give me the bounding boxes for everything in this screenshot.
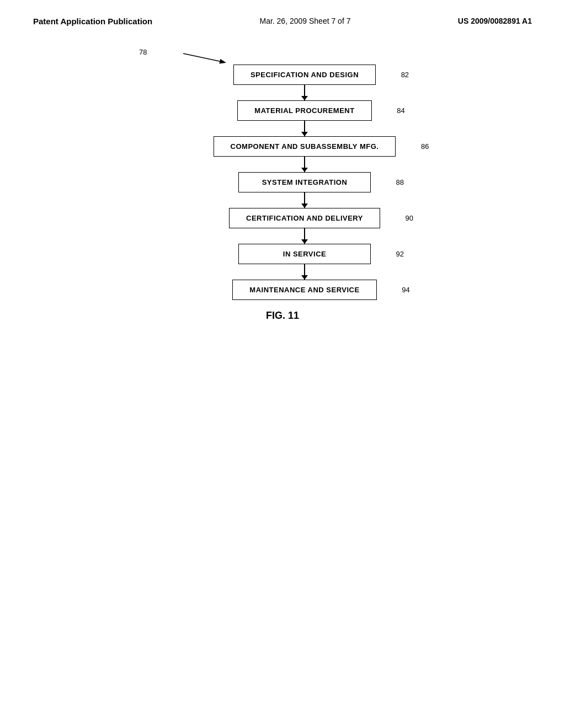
flow-item-certification: CERTIFICATION AND DELIVERY 90 bbox=[229, 208, 380, 228]
page-header: Patent Application Publication Mar. 26, … bbox=[0, 0, 565, 31]
fig11-section: 78 SPECIFICATION AND DESIGN 82 MATERIAL … bbox=[33, 48, 532, 322]
ref-82: 82 bbox=[401, 71, 409, 79]
main-content: 78 SPECIFICATION AND DESIGN 82 MATERIAL … bbox=[0, 31, 565, 338]
publication-number: US 2009/0082891 A1 bbox=[458, 17, 532, 25]
ref-94: 94 bbox=[402, 286, 409, 294]
box-component-subassembly: COMPONENT AND SUBASSEMBLY MFG. bbox=[214, 136, 396, 157]
arrow-6 bbox=[304, 264, 305, 280]
publication-date-sheet: Mar. 26, 2009 Sheet 7 of 7 bbox=[259, 17, 350, 25]
box-specification-design: SPECIFICATION AND DESIGN bbox=[233, 65, 376, 85]
arrow-5 bbox=[304, 228, 305, 244]
flow-item-component: COMPONENT AND SUBASSEMBLY MFG. 86 bbox=[214, 136, 396, 157]
box-material-procurement: MATERIAL PROCUREMENT bbox=[237, 100, 371, 121]
box-system-integration: SYSTEM INTEGRATION bbox=[238, 172, 371, 192]
ref-78: 78 bbox=[139, 48, 147, 56]
ref-90: 90 bbox=[405, 214, 413, 222]
ref-86: 86 bbox=[421, 142, 429, 151]
ref-84: 84 bbox=[397, 106, 404, 115]
ref78-arrow-svg bbox=[167, 48, 443, 65]
box-maintenance-service: MAINTENANCE AND SERVICE bbox=[232, 280, 376, 300]
arrow-1 bbox=[304, 85, 305, 100]
flow-item-spec-design: SPECIFICATION AND DESIGN 82 bbox=[233, 65, 376, 85]
ref-92: 92 bbox=[396, 250, 404, 258]
flow-item-material: MATERIAL PROCUREMENT 84 bbox=[237, 100, 371, 121]
flow-item-maintenance: MAINTENANCE AND SERVICE 94 bbox=[232, 280, 376, 300]
flow-item-system-integration: SYSTEM INTEGRATION 88 bbox=[238, 172, 371, 192]
publication-title: Patent Application Publication bbox=[33, 17, 152, 26]
fig11-label: FIG. 11 bbox=[266, 310, 299, 322]
arrow-2 bbox=[304, 121, 305, 136]
ref-88: 88 bbox=[396, 178, 404, 186]
flowchart: SPECIFICATION AND DESIGN 82 MATERIAL PRO… bbox=[167, 65, 443, 300]
arrow-4 bbox=[304, 192, 305, 208]
box-certification-delivery: CERTIFICATION AND DELIVERY bbox=[229, 208, 380, 228]
arrow-3 bbox=[304, 157, 305, 172]
flow-item-in-service: IN SERVICE 92 bbox=[238, 244, 371, 264]
svg-line-0 bbox=[183, 53, 225, 62]
box-in-service: IN SERVICE bbox=[238, 244, 371, 264]
page: Patent Application Publication Mar. 26, … bbox=[0, 0, 565, 728]
